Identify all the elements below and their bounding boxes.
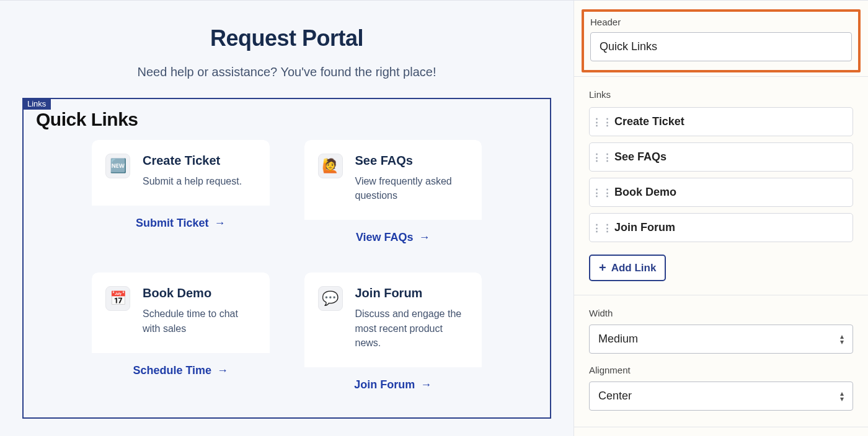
- block-heading: Quick Links: [36, 109, 540, 130]
- drag-handle-icon[interactable]: ⋮⋮: [598, 188, 607, 197]
- link-item-label: Book Demo: [614, 186, 676, 199]
- drag-handle-icon[interactable]: ⋮⋮: [598, 117, 607, 126]
- width-value: Medium: [598, 333, 638, 346]
- card-title: Join Forum: [355, 286, 469, 300]
- width-label: Width: [589, 308, 853, 318]
- raising-hand-icon: 🙋: [318, 154, 343, 178]
- card-desc: View frequently asked questions: [355, 174, 469, 203]
- block-tag: Links: [22, 98, 51, 110]
- card-desc: Submit a help request.: [143, 174, 256, 188]
- arrow-right-icon: →: [217, 364, 228, 377]
- card-top: 🆕 Create Ticket Submit a help request.: [92, 140, 270, 206]
- link-item-label: Create Ticket: [614, 115, 684, 128]
- card-title: Book Demo: [143, 286, 256, 300]
- link-item-label: See FAQs: [614, 150, 666, 164]
- card-action-label: Schedule Time: [133, 364, 211, 377]
- alignment-select[interactable]: Center ▴▾: [589, 381, 853, 411]
- arrow-right-icon: →: [215, 217, 226, 230]
- preview-canvas: Request Portal Need help or assistance? …: [0, 1, 574, 436]
- card-action-label: View FAQs: [356, 231, 414, 243]
- add-link-label: Add Link: [611, 262, 657, 274]
- card-title: See FAQs: [355, 154, 469, 168]
- card-top: 💬 Join Forum Discuss and engage the most…: [304, 272, 482, 367]
- alignment-section: Alignment Center ▴▾: [574, 356, 868, 413]
- card-title: Create Ticket: [143, 154, 256, 168]
- card-action-schedule-time[interactable]: Schedule Time →: [92, 353, 270, 388]
- link-card-see-faqs[interactable]: 🙋 See FAQs View frequently asked questio…: [304, 140, 482, 255]
- card-desc: Schedule time to chat with sales: [143, 307, 256, 335]
- links-label: Links: [589, 89, 853, 100]
- card-action-label: Join Forum: [354, 378, 415, 391]
- card-action-join-forum[interactable]: Join Forum →: [304, 367, 482, 403]
- link-item-create-ticket[interactable]: ⋮⋮ Create Ticket: [589, 107, 853, 136]
- card-desc: Discuss and engage the most recent produ…: [355, 307, 469, 350]
- select-stepper-icon: ▴▾: [840, 334, 844, 344]
- link-card-book-demo[interactable]: 📅 Book Demo Schedule time to chat with s…: [92, 272, 270, 403]
- link-item-see-faqs[interactable]: ⋮⋮ See FAQs: [589, 142, 853, 172]
- link-item-label: Join Forum: [614, 221, 675, 234]
- links-section: Links ⋮⋮ Create Ticket ⋮⋮ See FAQs ⋮⋮ Bo…: [574, 77, 868, 284]
- plus-icon: +: [599, 261, 606, 275]
- arrow-right-icon: →: [419, 231, 430, 244]
- card-action-view-faqs[interactable]: View FAQs →: [304, 220, 482, 255]
- drag-handle-icon[interactable]: ⋮⋮: [598, 152, 607, 162]
- speech-bubble-icon: 💬: [318, 286, 343, 311]
- width-select[interactable]: Medium ▴▾: [589, 325, 853, 354]
- link-item-join-forum[interactable]: ⋮⋮ Join Forum: [589, 213, 853, 242]
- header-input[interactable]: [590, 32, 852, 61]
- new-icon: 🆕: [105, 154, 130, 178]
- portal-title: Request Portal: [0, 25, 574, 51]
- link-card-join-forum[interactable]: 💬 Join Forum Discuss and engage the most…: [304, 272, 482, 403]
- select-stepper-icon: ▴▾: [840, 391, 844, 401]
- calendar-icon: 📅: [105, 286, 130, 311]
- card-top: 🙋 See FAQs View frequently asked questio…: [304, 140, 482, 220]
- card-action-label: Submit Ticket: [136, 217, 209, 229]
- cards-grid: 🆕 Create Ticket Submit a help request. S…: [33, 140, 540, 403]
- card-top: 📅 Book Demo Schedule time to chat with s…: [92, 272, 270, 352]
- width-section: Width Medium ▴▾: [574, 295, 868, 356]
- header-field-highlight: Header: [582, 9, 861, 72]
- link-item-book-demo[interactable]: ⋮⋮ Book Demo: [589, 178, 853, 207]
- drag-handle-icon[interactable]: ⋮⋮: [598, 223, 607, 232]
- card-action-submit-ticket[interactable]: Submit Ticket →: [92, 206, 270, 241]
- settings-sidebar: Header Links ⋮⋮ Create Ticket ⋮⋮ See FAQ…: [574, 1, 868, 436]
- portal-subtitle: Need help or assistance? You've found th…: [0, 65, 574, 79]
- alignment-label: Alignment: [589, 365, 853, 375]
- arrow-right-icon: →: [420, 378, 432, 391]
- alignment-value: Center: [598, 390, 632, 403]
- header-label: Header: [590, 17, 852, 27]
- add-link-button[interactable]: + Add Link: [589, 255, 666, 281]
- links-block[interactable]: Links Quick Links 🆕 Create Ticket Submit…: [22, 98, 551, 419]
- link-card-create-ticket[interactable]: 🆕 Create Ticket Submit a help request. S…: [92, 140, 270, 255]
